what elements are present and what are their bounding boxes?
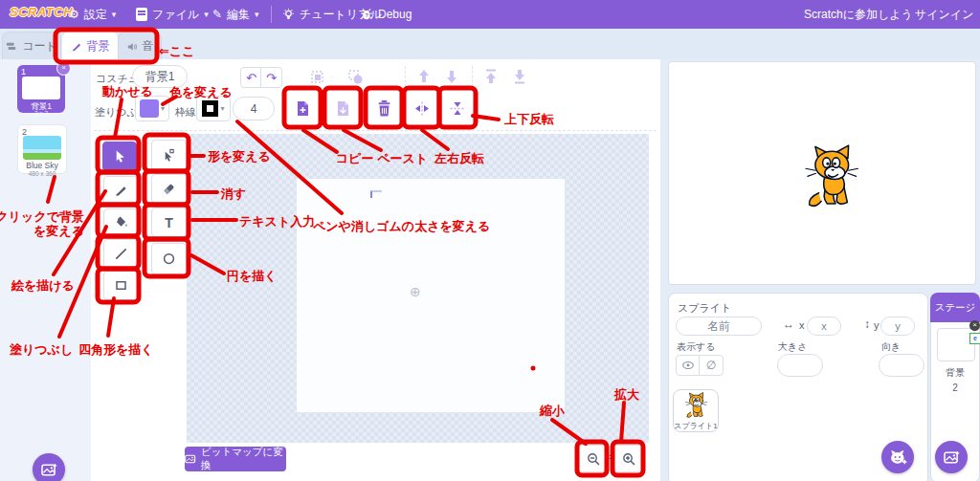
send-back-button[interactable] — [512, 68, 527, 85]
rectangle-tool[interactable] — [103, 271, 138, 300]
select-cursor-icon — [113, 149, 127, 164]
y-position-icon: ↕ — [864, 317, 870, 331]
tab-backdrops[interactable]: 背景 — [62, 32, 118, 60]
reshape-tool[interactable] — [151, 140, 187, 171]
backdrop-list-panel: 1 背景1 2 x 2 × 2 Blue Sky 480 x 360 — [0, 59, 92, 481]
speaker-icon — [126, 41, 138, 53]
backdrop-thumbnail-2[interactable]: 2 Blue Sky 480 x 360 — [17, 124, 67, 174]
menu-join-scratch[interactable]: Scratchに参加しよう — [804, 0, 913, 29]
paint-bucket-icon — [114, 215, 128, 230]
rectangle-icon — [114, 278, 128, 293]
trash-icon — [376, 99, 392, 118]
eye-icon — [681, 360, 695, 371]
fill-tool[interactable] — [103, 208, 138, 236]
direction-label: 向き — [881, 340, 901, 354]
bring-front-button[interactable] — [483, 68, 499, 85]
sprite-thumbnail[interactable]: スプライト1 — [673, 389, 719, 432]
flip-horizontal-button[interactable] — [409, 96, 435, 120]
bring-forward-button[interactable] — [416, 68, 432, 85]
reshape-cursor-icon — [162, 148, 176, 163]
group-button[interactable] — [309, 69, 326, 85]
menu-separator — [271, 6, 272, 23]
fill-color-picker[interactable]: ▾ — [135, 96, 169, 121]
flip-vertical-icon — [449, 100, 466, 117]
extension-close-badge[interactable]: × — [969, 320, 980, 331]
stage[interactable] — [668, 61, 976, 285]
brush-tool[interactable] — [103, 176, 138, 206]
circle-tool[interactable] — [151, 243, 187, 274]
copy-button[interactable] — [289, 96, 316, 120]
chevron-down-icon: ▾ — [220, 104, 224, 113]
show-sprite-button[interactable] — [676, 355, 701, 376]
outline-width-input[interactable]: 4 — [233, 97, 275, 120]
line-tool[interactable] — [103, 239, 138, 269]
stage-backdrop-label: 背景 — [931, 366, 979, 380]
zoom-out-icon — [586, 451, 601, 467]
gear-icon: ⚙ — [69, 8, 79, 21]
file-icon — [136, 8, 147, 21]
x-input[interactable]: x — [807, 317, 841, 336]
menu-sign-in[interactable]: サインイン — [915, 0, 973, 29]
redo-button[interactable]: ↷ — [260, 67, 282, 88]
show-label: 表示する — [677, 340, 715, 354]
direction-input[interactable] — [879, 354, 924, 377]
line-icon — [114, 247, 128, 261]
chevron-down-icon: ▾ — [161, 104, 165, 113]
flip-vertical-button[interactable] — [444, 96, 471, 120]
backdrop-thumbnail-1[interactable]: 1 背景1 2 x 2 × — [17, 65, 65, 113]
paint-editor: コスチューム 背景1 ↶ ↷ — [91, 59, 660, 481]
delete-button[interactable] — [370, 96, 397, 120]
send-backward-button[interactable] — [444, 68, 459, 85]
paint-canvas[interactable]: ⊕ — [297, 179, 565, 412]
sprite-panel-title: スプライト — [678, 301, 731, 316]
paste-button[interactable] — [329, 96, 356, 120]
brush-icon — [114, 184, 128, 198]
add-sprite-button[interactable] — [881, 441, 914, 473]
select-tool[interactable] — [102, 142, 137, 171]
zoom-in-icon — [621, 451, 636, 467]
backdrop-1-size: 2 x 2 — [17, 110, 65, 117]
scratch-logo[interactable]: SCRATCH — [10, 3, 73, 20]
scratch-editor: SCRATCH ⚙ 設定 ▾ ファイル ▾ ✎ 編集 ▾ — [0, 0, 980, 481]
backdrop-2-size: 480 x 360 — [18, 170, 66, 177]
paste-icon — [335, 99, 351, 118]
tab-code[interactable]: コード — [2, 32, 61, 60]
outline-label: 枠線 — [175, 105, 196, 120]
ungroup-button[interactable] — [347, 69, 365, 85]
size-input[interactable] — [777, 354, 823, 377]
undo-button[interactable]: ↶ — [240, 67, 262, 88]
scratch-cat-sprite[interactable] — [801, 142, 860, 211]
canvas-center-icon: ⊕ — [410, 284, 421, 299]
code-blocks-icon — [6, 41, 17, 53]
toolbar-divider — [405, 66, 406, 87]
menu-file[interactable]: ファイル ▾ — [136, 0, 209, 29]
copy-icon — [295, 99, 311, 118]
menu-debug[interactable]: ? Debug — [360, 0, 412, 29]
outline-color-picker[interactable]: ▾ — [196, 96, 231, 121]
text-tool[interactable]: T — [151, 208, 187, 237]
add-stage-backdrop-button[interactable] — [935, 441, 968, 473]
menu-edit[interactable]: ✎ 編集 ▾ — [212, 0, 259, 29]
delete-backdrop-button[interactable]: × — [56, 61, 71, 76]
paint-canvas-area[interactable]: ⊕ — [187, 134, 649, 443]
backdrop-add-icon — [41, 463, 57, 477]
selection-corner-mark — [370, 190, 382, 198]
extension-e-badge[interactable]: e — [969, 333, 980, 344]
lamp-icon — [282, 8, 295, 21]
sprite-name-input[interactable]: 名前 — [676, 317, 762, 336]
hide-sprite-button[interactable]: ∅ — [699, 355, 724, 376]
sprite-add-icon — [888, 448, 907, 466]
zoom-out-button[interactable] — [578, 445, 608, 472]
tab-strip: コード 背景 音 — [0, 29, 980, 59]
add-backdrop-button[interactable] — [33, 453, 65, 481]
y-input[interactable]: y — [880, 317, 915, 336]
eraser-tool[interactable] — [151, 174, 187, 204]
zoom-in-button[interactable] — [613, 445, 643, 472]
backdrop-add-icon — [944, 450, 960, 465]
menu-settings[interactable]: ⚙ 設定 ▾ — [69, 0, 116, 29]
convert-to-bitmap-button[interactable]: ビットマップに変換 — [185, 447, 286, 471]
chevron-down-icon: ▾ — [204, 10, 209, 19]
paint-divider — [94, 130, 657, 131]
tab-sounds[interactable]: 音 — [118, 32, 162, 60]
costume-name-input[interactable]: 背景1 — [132, 65, 188, 88]
